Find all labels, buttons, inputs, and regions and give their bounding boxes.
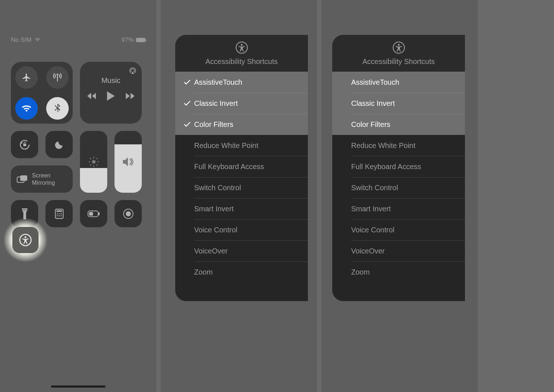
shortcut-item-zoom[interactable]: Zoom: [175, 261, 308, 283]
accessibility-shortcut-button[interactable]: [12, 227, 39, 253]
checkmark-icon: [182, 101, 193, 106]
shortcut-item-voiceover[interactable]: VoiceOver: [332, 240, 465, 261]
volume-slider[interactable]: [115, 131, 142, 193]
brightness-icon: [88, 156, 99, 167]
shortcut-list: AssistiveTouch Classic Invert Color Filt…: [332, 72, 465, 283]
svg-point-30: [398, 44, 400, 46]
status-right: 97%: [121, 36, 145, 44]
now-playing-tile[interactable]: Music: [80, 62, 142, 124]
do-not-disturb-toggle[interactable]: [45, 131, 73, 158]
svg-line-9: [96, 165, 97, 166]
wifi-status-icon: [35, 37, 40, 42]
low-power-mode-toggle[interactable]: [80, 200, 107, 227]
wifi-icon: [21, 104, 32, 112]
card-header: Accessibility Shortcuts: [332, 35, 465, 72]
svg-point-14: [57, 213, 58, 214]
airplane-icon: [22, 73, 31, 82]
svg-point-17: [57, 215, 58, 216]
accessibility-shortcuts-card: Accessibility Shortcuts AssistiveTouch C…: [332, 35, 465, 301]
calculator-button[interactable]: [45, 200, 73, 227]
screen-record-button[interactable]: [115, 200, 142, 227]
rotation-lock-toggle[interactable]: [11, 131, 38, 158]
control-center-grid: Music: [0, 62, 156, 124]
svg-point-15: [59, 213, 60, 214]
checkmark-icon: [182, 80, 193, 85]
airplay-icon[interactable]: [129, 67, 137, 75]
battery-percent: 97%: [121, 36, 134, 44]
shortcut-item-switch-control[interactable]: Switch Control: [332, 177, 465, 198]
shortcut-item-smart-invert[interactable]: Smart Invert: [332, 198, 465, 219]
shortcut-item-zoom[interactable]: Zoom: [332, 261, 465, 283]
shortcut-item-smart-invert[interactable]: Smart Invert: [175, 198, 308, 219]
wifi-toggle[interactable]: [15, 97, 38, 120]
home-indicator[interactable]: [51, 385, 105, 388]
now-playing-label: Music: [101, 76, 120, 85]
shortcut-list: AssistiveTouch Classic Invert Color Filt…: [175, 72, 308, 283]
control-center-screenshot: No SIM 97%: [0, 0, 156, 392]
card-title: Accessibility Shortcuts: [205, 57, 278, 66]
accessibility-icon: [236, 41, 248, 54]
status-left: No SIM: [11, 36, 40, 44]
svg-point-16: [60, 213, 61, 214]
accessibility-icon: [19, 234, 32, 246]
cellular-data-toggle[interactable]: [46, 66, 69, 89]
bluetooth-toggle[interactable]: [46, 97, 69, 120]
svg-point-18: [59, 215, 60, 216]
previous-track-button[interactable]: [87, 92, 97, 100]
volume-icon: [123, 157, 134, 167]
svg-point-26: [24, 236, 26, 238]
svg-point-28: [241, 44, 242, 46]
accessibility-shortcuts-with-checks: Accessibility Shortcuts AssistiveTouch C…: [161, 0, 317, 392]
calculator-icon: [55, 209, 64, 219]
svg-point-24: [126, 211, 131, 216]
shortcut-item-color-filters[interactable]: Color Filters: [332, 114, 465, 135]
accessibility-icon: [393, 41, 405, 54]
svg-rect-2: [20, 175, 27, 181]
shortcut-item-reduce-white-point[interactable]: Reduce White Point: [332, 135, 465, 156]
accessibility-shortcut-highlight: [4, 218, 47, 262]
rotation-lock-icon: [19, 139, 31, 151]
bluetooth-icon: [55, 104, 60, 113]
svg-line-10: [90, 165, 91, 166]
connectivity-tile[interactable]: [11, 62, 73, 124]
card-title: Accessibility Shortcuts: [362, 57, 435, 66]
svg-rect-13: [56, 210, 62, 212]
shortcut-item-classic-invert[interactable]: Classic Invert: [175, 93, 308, 114]
screen-mirroring-button[interactable]: Screen Mirroring: [11, 165, 73, 193]
status-bar: No SIM 97%: [0, 22, 156, 58]
shortcut-item-color-filters[interactable]: Color Filters: [175, 114, 308, 135]
moon-icon: [54, 140, 64, 150]
svg-point-3: [92, 160, 96, 164]
antenna-icon: [53, 73, 62, 82]
accessibility-shortcuts-card: Accessibility Shortcuts AssistiveTouch C…: [175, 35, 308, 301]
record-icon: [123, 208, 134, 219]
battery-toggle-icon: [88, 211, 100, 217]
play-button[interactable]: [107, 91, 115, 101]
shortcut-item-reduce-white-point[interactable]: Reduce White Point: [175, 135, 308, 156]
svg-line-11: [96, 158, 97, 159]
shortcut-item-assistivetouch[interactable]: AssistiveTouch: [332, 72, 465, 93]
shortcut-item-voice-control[interactable]: Voice Control: [332, 219, 465, 240]
brightness-slider[interactable]: [80, 131, 107, 193]
airplane-mode-toggle[interactable]: [15, 66, 38, 89]
shortcut-item-assistivetouch[interactable]: AssistiveTouch: [175, 72, 308, 93]
card-header: Accessibility Shortcuts: [175, 35, 308, 72]
shortcut-item-voice-control[interactable]: Voice Control: [175, 219, 308, 240]
shortcut-item-classic-invert[interactable]: Classic Invert: [332, 93, 465, 114]
shortcut-item-full-keyboard-access[interactable]: Full Keyboard Access: [332, 156, 465, 177]
battery-icon: [136, 38, 145, 42]
shortcut-item-voiceover[interactable]: VoiceOver: [175, 240, 308, 261]
checkmark-icon: [182, 122, 193, 127]
svg-point-19: [60, 215, 61, 216]
next-track-button[interactable]: [125, 92, 135, 100]
screen-mirroring-label: Screen Mirroring: [32, 172, 55, 186]
flashlight-icon: [21, 208, 28, 219]
carrier-text: No SIM: [11, 36, 32, 43]
svg-rect-21: [89, 212, 93, 216]
svg-rect-22: [99, 212, 100, 215]
accessibility-shortcuts-without-checks: Accessibility Shortcuts AssistiveTouch C…: [321, 0, 478, 392]
screen-mirroring-icon: [17, 175, 28, 184]
shortcut-item-full-keyboard-access[interactable]: Full Keyboard Access: [175, 156, 308, 177]
shortcut-item-switch-control[interactable]: Switch Control: [175, 177, 308, 198]
media-controls: [87, 91, 135, 101]
